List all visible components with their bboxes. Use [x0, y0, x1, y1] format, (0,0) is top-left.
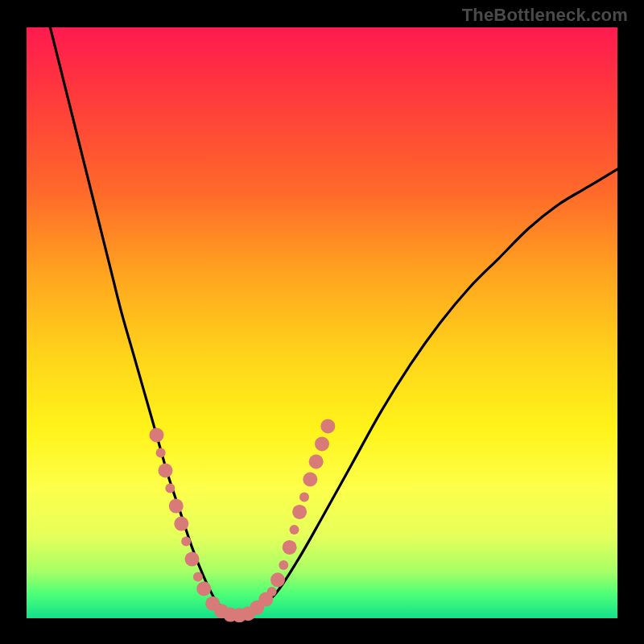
- marker-point: [185, 552, 200, 567]
- marker-point: [174, 517, 188, 531]
- marker-point: [193, 572, 203, 582]
- sample-markers: [149, 419, 335, 622]
- marker-point: [196, 581, 211, 596]
- marker-point: [181, 537, 191, 547]
- marker-point: [320, 419, 335, 433]
- marker-point: [303, 473, 317, 487]
- marker-point: [292, 505, 307, 519]
- watermark-label: TheBottleneck.com: [462, 5, 628, 26]
- marker-point: [270, 572, 285, 587]
- marker-point: [158, 464, 172, 478]
- marker-point: [290, 525, 299, 535]
- marker-point: [283, 540, 297, 555]
- marker-point: [309, 454, 324, 469]
- marker-point: [169, 499, 184, 514]
- bottleneck-curve: [50, 27, 617, 615]
- marker-point: [299, 493, 309, 502]
- marker-point: [315, 436, 329, 451]
- chart-svg: [27, 27, 617, 618]
- marker-point: [279, 560, 288, 570]
- marker-point: [165, 484, 175, 493]
- marker-point: [149, 427, 163, 442]
- marker-point: [267, 587, 277, 597]
- chart-frame: TheBottleneck.com: [0, 0, 644, 644]
- marker-point: [156, 448, 166, 457]
